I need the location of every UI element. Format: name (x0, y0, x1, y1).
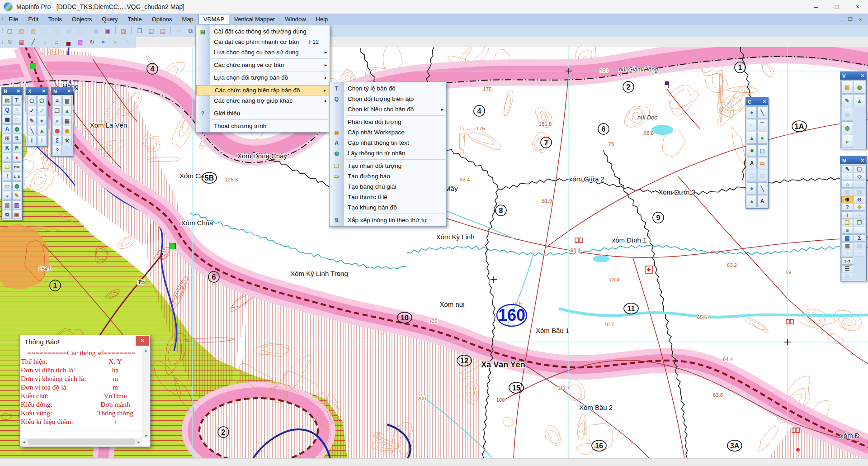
submenu-create-outline[interactable]: ▭Tạo đường bao (330, 171, 446, 181)
ruler-line-button[interactable]: ╱ (28, 37, 38, 47)
copy-icon[interactable]: ⧉ (3, 210, 12, 219)
rounded-rect-icon[interactable]: ▢ (757, 144, 767, 157)
vdmap-map-editing-functions[interactable]: Các chức năng biên tập bản đồ▸ (196, 85, 329, 95)
text-a-icon[interactable]: A (747, 157, 757, 169)
region-gray-icon[interactable]: ▲ (3, 153, 12, 162)
open-workspace-button[interactable]: ▨ (28, 26, 38, 36)
mountain-chart-icon[interactable]: ▲ (854, 94, 865, 107)
letter-k-icon[interactable]: K (3, 143, 12, 152)
dialog-vertical-scrollbar[interactable]: ▲ ▼ (142, 348, 149, 438)
globe2-icon[interactable]: ◍ (12, 181, 21, 190)
map-pencil-icon[interactable]: ✎ (841, 94, 853, 107)
previous-view-button[interactable]: ↞ (98, 37, 109, 47)
polygon-icon[interactable]: ▲ (747, 132, 757, 144)
vdmap-about[interactable]: ?Giới thiệu (196, 108, 330, 119)
frame-icon[interactable]: ▭ (3, 181, 12, 190)
submenu-create-map-frame[interactable]: Tạo khung bản đồ (330, 202, 446, 213)
sigma-icon[interactable]: Σ (854, 234, 865, 242)
flag-icon[interactable]: ⚑ (12, 143, 21, 152)
question-icon[interactable]: ? (52, 146, 62, 155)
dialog-resize-grip[interactable]: ⋰ (142, 439, 149, 446)
marquee-select-icon[interactable]: ▢ (854, 165, 865, 172)
ellipse-icon[interactable]: ● (757, 132, 767, 144)
menu-file[interactable]: File (4, 14, 23, 24)
vdmap-draw-functions[interactable]: Các chức năng vẽ cơ bản▸ (196, 60, 330, 70)
vdmap-other-help-functions[interactable]: Các chức năng trợ giúp khác▸ (196, 95, 330, 106)
scroll-thumb[interactable] (28, 439, 135, 445)
thematic-map-button[interactable]: ▦ (16, 37, 27, 47)
new-layout-button[interactable]: ❐ (134, 26, 145, 36)
globe-hand-icon[interactable]: ◍ (854, 81, 865, 94)
doc-table-icon[interactable]: ▤ (62, 116, 72, 125)
palette-v-titlebar[interactable]: V✕ (840, 72, 866, 80)
polygon-add-icon[interactable]: ⬠ (37, 96, 47, 105)
line-arrow-icon[interactable]: ╲ (757, 182, 767, 195)
menu-help[interactable]: Help (311, 14, 333, 24)
district-icon[interactable]: ▥ (841, 242, 853, 249)
boundary-select-icon[interactable]: ◇ (854, 173, 865, 180)
submenu-sort-info-order[interactable]: ⇅Xắp xếp thông tin theo thứ tự (330, 215, 446, 225)
menu-table[interactable]: Table (123, 14, 147, 24)
arc-icon[interactable]: ⌒ (757, 119, 767, 131)
sign-pencil-icon[interactable]: ✎ (27, 116, 37, 125)
help-question-icon[interactable]: ? (841, 204, 853, 211)
camera-icon[interactable]: ▣ (62, 96, 72, 105)
menu-vertical-mapper[interactable]: Vertical Mapper (229, 14, 280, 24)
close-icon[interactable]: ✕ (861, 158, 864, 163)
menu-map[interactable]: Map (177, 14, 198, 24)
open-dbms-button[interactable]: ▨ (118, 26, 129, 36)
submenu-update-workspace[interactable]: ◉Cập nhật Workspace (330, 127, 446, 138)
legend-icon[interactable]: ▤ (841, 234, 853, 242)
submenu-choose-map-symbols[interactable]: Chọn kí hiệu cho bản đồ▸ (330, 104, 446, 114)
close-button[interactable]: × (847, 0, 868, 14)
check-bold-icon[interactable]: ✓ (27, 106, 37, 115)
select-arrow-icon[interactable]: ⇖ (841, 165, 853, 172)
traffic-light-icon[interactable]: ⁞ (3, 172, 12, 181)
text-arrow-icon[interactable]: A (757, 195, 767, 207)
scroll-down-icon[interactable]: ▼ (144, 434, 148, 438)
submenu-choose-edit-object[interactable]: QChọn đối tượng biên tập (330, 94, 446, 104)
radius-select-icon[interactable]: ◌ (841, 173, 853, 180)
menu-tools[interactable]: Tools (43, 14, 67, 24)
minimize-button[interactable]: – (806, 0, 826, 14)
sphere-grid-icon[interactable]: ◒ (3, 191, 12, 200)
submenu-create-scale-bar[interactable]: Tạo thước tỉ lệ (330, 192, 446, 202)
submenu-get-info-from-label[interactable]: ◍Lấy thông tin từ nhãn (330, 148, 446, 158)
sigma-icon[interactable]: Σ (52, 136, 62, 145)
vdmap-select-map-objects[interactable]: Lựa chọn đối tượng bản đồ▸ (196, 72, 330, 83)
close-icon[interactable]: ✕ (763, 99, 766, 104)
sort-az-icon[interactable]: ⇅ (12, 134, 21, 143)
menu-vđmap[interactable]: VĐMAP (198, 14, 229, 24)
zoom-out-icon[interactable]: ⊖ (854, 196, 865, 203)
maximize-button[interactable]: □ (826, 0, 847, 14)
vdmap-exit-program[interactable]: Thoát chương trình (196, 121, 330, 131)
palette-b-titlebar[interactable]: B✕ (2, 87, 22, 95)
palette-x-titlebar[interactable]: X✕ (26, 87, 47, 95)
pan-hand-icon[interactable]: ✥ (854, 204, 865, 211)
info-home-button[interactable]: ⌂ (51, 37, 62, 47)
menu-window[interactable]: Window (280, 14, 311, 24)
close-icon[interactable]: ✕ (17, 89, 20, 94)
record-dot-icon[interactable]: ● (12, 153, 21, 162)
open-table-button[interactable]: ▨ (16, 26, 27, 36)
globe-icon[interactable]: ◍ (12, 124, 21, 133)
region-arrow-icon[interactable]: ▲ (747, 195, 757, 207)
layers-icon[interactable]: ≡ (841, 227, 853, 234)
equals-icon[interactable]: = (52, 96, 62, 105)
vdmap-settings-hotkeys[interactable]: Cài đặt các phím nhanh cơ bảnF12 (196, 37, 330, 47)
palette-c-titlebar[interactable]: C✕ (746, 98, 768, 105)
letter-q-icon[interactable]: Q (3, 105, 12, 114)
line-icon[interactable]: ╲ (757, 106, 767, 119)
line-select-icon[interactable]: ╲ (27, 126, 37, 135)
paste-icon[interactable]: ▣ (12, 210, 21, 219)
submenu-update-text-info[interactable]: ACập nhật thông tin text (330, 138, 446, 148)
close-icon[interactable]: ✕ (861, 73, 864, 78)
pushpin-icon[interactable]: ⌖ (747, 106, 757, 119)
label-tag-icon[interactable]: ❏ (841, 219, 853, 226)
polyline-icon[interactable]: ∟ (747, 119, 757, 131)
text-t-icon[interactable]: T (12, 96, 21, 105)
info-gray-icon[interactable]: i (37, 136, 47, 145)
frame-icon[interactable]: ▭ (757, 157, 767, 169)
mdi-close-button[interactable]: × (855, 15, 865, 24)
clipboard-icon[interactable]: ▤ (3, 200, 12, 209)
